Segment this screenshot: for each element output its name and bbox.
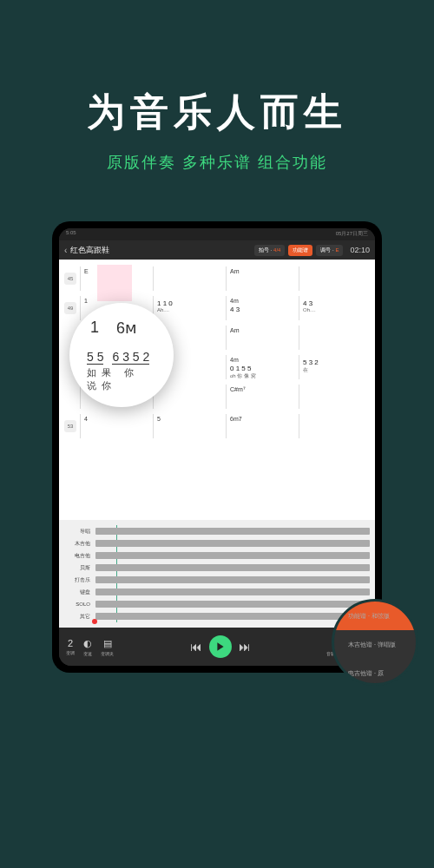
- sheet-cell[interactable]: [299, 385, 370, 409]
- sheet-cell[interactable]: [299, 414, 370, 438]
- sheet-cell[interactable]: [299, 266, 370, 291]
- sheet-cell[interactable]: 1 1 0Ah....: [153, 296, 224, 320]
- status-date: 05月27日周三: [336, 230, 368, 239]
- sheet-cell[interactable]: 4m0 1 5 5oh 你 像 窝: [226, 355, 297, 379]
- sheet-row: 45EAm: [64, 266, 370, 291]
- timecode: 02:10: [350, 246, 370, 254]
- sheet-cell[interactable]: C#m⁷: [226, 385, 297, 409]
- waveform[interactable]: [95, 613, 370, 620]
- track-name: SOLO: [64, 602, 90, 607]
- capo-control[interactable]: ▤ 变调夹: [101, 637, 114, 656]
- waveform[interactable]: [95, 552, 370, 559]
- track-row[interactable]: 木吉他: [64, 537, 370, 549]
- track-row[interactable]: 贝斯: [64, 562, 370, 574]
- hero-subtitle: 原版伴奏 多种乐谱 组合功能: [0, 152, 434, 173]
- song-title: 红色高跟鞋: [70, 245, 251, 256]
- track-name: 导唱: [64, 528, 90, 536]
- marker-dot[interactable]: [92, 619, 97, 624]
- bar-number: 49: [64, 302, 76, 314]
- track-name: 打击乐: [64, 576, 90, 584]
- sheet-cell[interactable]: 4m4 3: [226, 296, 297, 320]
- transpose-control[interactable]: 2 变调: [66, 638, 75, 655]
- status-time: 5:05: [66, 230, 76, 239]
- chip-sheet-type[interactable]: 功能谱: [288, 245, 312, 256]
- dial-icon: ◐: [82, 637, 94, 649]
- track-row[interactable]: 导唱: [64, 525, 370, 537]
- control-bar: 2 变调 ◐ 变速 ▤ 变调夹 ⏮ ⏭ ⇅ 音轨设置 ♫: [59, 628, 375, 666]
- sheet-cell[interactable]: [153, 385, 224, 409]
- sheet-row: 53456m7: [64, 414, 370, 438]
- prev-button[interactable]: ⏮: [190, 641, 202, 653]
- waveform[interactable]: [95, 528, 370, 535]
- track-row[interactable]: SOLO: [64, 598, 370, 610]
- track-row[interactable]: 键盘: [64, 586, 370, 598]
- track-row[interactable]: 其它: [64, 610, 370, 622]
- mag-note-1: 1: [90, 319, 99, 338]
- sheet-type-popup: 功能谱· 和弦版 木吉他谱· 弹唱版 电吉他谱· 原: [332, 599, 418, 686]
- waveform[interactable]: [95, 540, 370, 547]
- waveform[interactable]: [95, 576, 370, 583]
- capo-icon: ▤: [102, 637, 114, 649]
- track-name: 电吉他: [64, 552, 90, 560]
- waveform[interactable]: [95, 589, 370, 595]
- sheet-area[interactable]: 45EAm4911 1 0Ah....4m4 34 3Oh....Am3 5·1…: [59, 260, 375, 520]
- mag-note-2: 6ᴍ: [116, 319, 137, 338]
- sheet-cell[interactable]: Am: [226, 266, 297, 291]
- track-name: 木吉他: [64, 540, 90, 548]
- chip-key[interactable]: 调号 · E: [316, 245, 343, 256]
- top-bar: ‹ 红色高跟鞋 拍号 · 4/4 功能谱 调号 · E 02:10: [59, 240, 375, 260]
- track-name: 键盘: [64, 589, 90, 596]
- sheet-cell[interactable]: 4: [80, 414, 151, 438]
- play-button[interactable]: [209, 635, 232, 658]
- device-frame: 5:05 05月27日周三 ‹ 红色高跟鞋 拍号 · 4/4 功能谱 调号 · …: [52, 221, 382, 673]
- sheet-cell[interactable]: 5: [153, 414, 224, 438]
- track-name: 贝斯: [64, 564, 90, 572]
- sheet-cell[interactable]: [153, 266, 224, 291]
- back-button[interactable]: ‹: [64, 246, 67, 255]
- mag-lyric: 如果 你 说你: [87, 366, 161, 392]
- tempo-control[interactable]: ◐ 变速: [82, 637, 94, 656]
- chip-time-sig[interactable]: 拍号 · 4/4: [254, 245, 285, 256]
- track-name: 其它: [64, 613, 90, 621]
- next-button[interactable]: ⏭: [239, 641, 251, 653]
- track-row[interactable]: 打击乐: [64, 574, 370, 586]
- sheet-cell[interactable]: Am: [226, 326, 297, 350]
- waveform[interactable]: [95, 564, 370, 571]
- sheet-cell[interactable]: 4 3Oh....: [299, 296, 370, 320]
- bar-number: 53: [64, 420, 76, 432]
- sheet-cell[interactable]: [299, 326, 370, 350]
- play-icon: [215, 641, 226, 652]
- mag-notes-b: 6 3 5 2: [112, 350, 149, 365]
- popup-item-acoustic[interactable]: 木吉他谱· 弹唱版: [334, 630, 416, 659]
- magnifier-lens: 1 6ᴍ 5 5 6 3 5 2 如果 你 说你: [69, 303, 174, 407]
- hero-section: 为音乐人而生 原版伴奏 多种乐谱 组合功能: [0, 0, 434, 173]
- sheet-cell[interactable]: E: [80, 266, 151, 291]
- waveform[interactable]: [95, 601, 370, 608]
- sheet-cell[interactable]: 6m7: [226, 414, 297, 438]
- app-screen: 5:05 05月27日周三 ‹ 红色高跟鞋 拍号 · 4/4 功能谱 调号 · …: [59, 228, 375, 666]
- hero-title: 为音乐人而生: [0, 87, 434, 138]
- track-row[interactable]: 电吉他: [64, 549, 370, 562]
- bar-number: 45: [64, 273, 76, 285]
- mag-notes-a: 5 5: [87, 350, 103, 365]
- sheet-cell[interactable]: 5 3 2在: [299, 355, 370, 379]
- track-panel: 导唱木吉他电吉他贝斯打击乐键盘SOLO其它: [59, 520, 375, 628]
- status-bar: 5:05 05月27日周三: [59, 228, 375, 240]
- popup-item-electric[interactable]: 电吉他谱· 原: [334, 659, 416, 686]
